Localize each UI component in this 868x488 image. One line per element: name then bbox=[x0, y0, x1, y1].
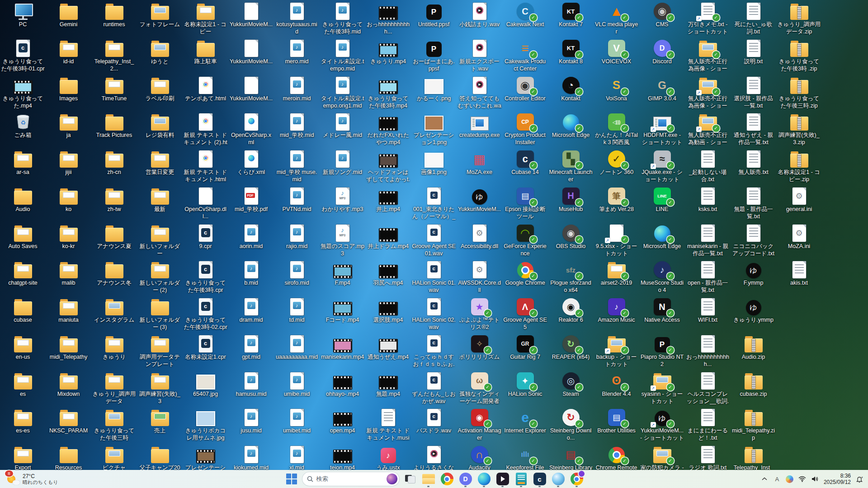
desktop-icon[interactable]: 新しいフォルダー (3) bbox=[137, 296, 183, 333]
desktop-icon[interactable]: Track Pictures bbox=[91, 111, 137, 148]
taskbar-cubase-icon[interactable]: c bbox=[532, 471, 547, 487]
desktop-icon[interactable]: manisekarin.mp4 bbox=[320, 333, 365, 370]
desktop-icon[interactable]: テンポあて.html bbox=[183, 74, 228, 111]
desktop-icon[interactable]: YukkuriMovieM... bbox=[228, 37, 274, 74]
desktop-icon[interactable]: P✓Piapro Studio NT2 bbox=[639, 333, 685, 370]
taskbar-file-explorer-icon[interactable] bbox=[421, 471, 436, 487]
desktop-icon[interactable]: ohhayo-.mp4 bbox=[320, 370, 365, 407]
desktop-icon[interactable]: きゅうりボカコレ用サムネ.jpg bbox=[183, 406, 228, 443]
desktop-icon[interactable]: cHALion Sonic 02.wav bbox=[411, 296, 457, 333]
desktop-icon[interactable]: maniuta bbox=[46, 296, 91, 333]
desktop-icon[interactable]: PUntitled.ppsf bbox=[411, 0, 457, 37]
desktop-icon[interactable]: akis.txt bbox=[776, 258, 822, 296]
desktop-icon[interactable]: ◉✓Controller Editor bbox=[502, 74, 548, 111]
desktop-icon[interactable]: ✓↗無人販売不正行為画像 - ショートカット bbox=[685, 74, 731, 111]
desktop-icon[interactable]: 井上.mp4 bbox=[365, 185, 411, 222]
desktop-icon[interactable]: c001_東北きりたん（ノーマル）_今じゃ... bbox=[411, 185, 457, 222]
desktop-icon[interactable]: F.mp4 bbox=[320, 258, 365, 296]
desktop-icon[interactable]: ♻ごみ箱 bbox=[0, 111, 46, 148]
desktop-icon[interactable]: NKSC_PARAM bbox=[46, 406, 91, 443]
taskbar-chrome-profile-icon[interactable] bbox=[569, 471, 585, 487]
desktop-icon[interactable]: ♪uaaaaaaaaa.mid bbox=[274, 333, 320, 370]
desktop-icon[interactable]: ≈✓↗JQuake.exe - ショートカット bbox=[639, 148, 685, 185]
desktop-icon[interactable]: 新規 テキスト ドキュメント.html bbox=[183, 148, 228, 185]
desktop-icon[interactable]: ✓↗backup - ショートカット bbox=[594, 333, 639, 370]
desktop-icon[interactable]: cきゅうり食ってた午後3時.cpr bbox=[183, 258, 228, 296]
desktop-icon[interactable]: ar-sa bbox=[0, 148, 46, 185]
desktop-icon[interactable]: ラベル印刷 bbox=[137, 74, 183, 111]
desktop-icon[interactable]: id-id bbox=[46, 37, 91, 74]
desktop-icon[interactable]: jijii bbox=[46, 148, 91, 185]
desktop-icon[interactable]: ♪dram.mid bbox=[228, 296, 274, 333]
desktop-icon[interactable]: TimeTune bbox=[91, 74, 137, 111]
desktop-icon[interactable]: ★✓ぷよぷよ™テトリス®2 bbox=[457, 296, 502, 333]
desktop-icon[interactable]: 調声練習(失敗)_3 bbox=[137, 370, 183, 407]
desktop-icon[interactable]: OpenCvSharp.xml bbox=[228, 111, 274, 148]
desktop-icon[interactable]: ▲✓VLC media player bbox=[594, 0, 639, 37]
desktop-icon[interactable]: ♪b.mid bbox=[228, 258, 274, 296]
taskbar-media-player-icon[interactable] bbox=[495, 471, 510, 487]
desktop-icon[interactable]: ko bbox=[46, 185, 91, 222]
volume-icon[interactable] bbox=[811, 475, 819, 483]
desktop-icon[interactable]: おっhhhhhhhhhhh... bbox=[685, 333, 731, 370]
desktop-icon[interactable]: cGroove Agent SE 01.wav bbox=[411, 222, 457, 259]
desktop-icon[interactable]: cubase bbox=[0, 296, 46, 333]
desktop-icon[interactable]: ↻✓Steinberg Downlo... bbox=[548, 406, 594, 443]
desktop-icon[interactable]: V✓VOICEVOX bbox=[594, 37, 639, 74]
desktop-icon[interactable]: くらび.xml bbox=[228, 148, 274, 185]
desktop-icon[interactable]: ♪umibet.mid bbox=[274, 406, 320, 443]
desktop-icon[interactable]: cHALion Sonic 01.wav bbox=[411, 258, 457, 296]
taskbar-task-view-icon[interactable] bbox=[402, 471, 418, 487]
desktop-icon[interactable]: プレゼンテーション1.png bbox=[411, 111, 457, 148]
desktop-icon[interactable]: ʘ✓Blender 4.4 bbox=[594, 370, 639, 407]
desktop-icon[interactable]: Pおーばーまにあ.ppsf bbox=[411, 37, 457, 74]
desktop-icon[interactable]: ♪MP3わかりやす.mp3 bbox=[320, 185, 365, 222]
desktop-icon[interactable]: ▶小銭詰まり.wav bbox=[457, 0, 502, 37]
desktop-icon[interactable]: きゅうり食ってた.mp4 bbox=[0, 74, 46, 111]
desktop-icon[interactable]: ♪jusu.mid bbox=[228, 406, 274, 443]
notification-bell-dnd-icon[interactable]: z bbox=[855, 475, 863, 483]
desktop-icon[interactable]: ♪mid_学校.mid bbox=[274, 111, 320, 148]
desktop-icon[interactable]: e✓Internet Explorer bbox=[502, 406, 548, 443]
desktop-icon[interactable]: ◠✓GeForce Experience bbox=[502, 222, 548, 259]
wifi-icon[interactable] bbox=[798, 475, 807, 483]
desktop-icon[interactable]: ♪sirofo.mid bbox=[274, 258, 320, 296]
desktop-icon[interactable]: ゆYukkuriMovieM... bbox=[457, 185, 502, 222]
desktop-icon[interactable]: 選択肢 - 親作品一覧.txt bbox=[731, 74, 776, 111]
desktop-icon[interactable]: ⚙AWSSDK.Core.dll bbox=[457, 258, 502, 296]
desktop-icon[interactable]: 新しいフォルダー (2) bbox=[137, 258, 183, 296]
weather-widget[interactable]: 8 27°C 晴れのちくもり bbox=[5, 470, 61, 488]
taskbar-discord-icon[interactable]: D bbox=[458, 471, 473, 487]
desktop-icon[interactable]: ♪新規ソング.mid bbox=[320, 148, 365, 185]
tray-chevron-up-icon[interactable] bbox=[760, 475, 769, 483]
desktop-icon[interactable]: open.mp4 bbox=[320, 406, 365, 443]
desktop-icon[interactable]: ⚙general.ini bbox=[776, 185, 822, 222]
desktop-icon[interactable]: ◉✓Activation Manager bbox=[457, 406, 502, 443]
desktop-icon[interactable]: c名称未設定1.cpr bbox=[183, 333, 228, 370]
desktop-icon[interactable]: S✓VoiSona bbox=[594, 74, 639, 111]
desktop-icon[interactable]: 名称未設定1 - コピー.zip bbox=[776, 148, 822, 185]
desktop-icon[interactable]: ♪タイトル未設定.tempo.mid bbox=[320, 37, 365, 74]
desktop-icon[interactable]: 売上 bbox=[137, 406, 183, 443]
desktop-icon[interactable]: インスタグラム bbox=[91, 296, 137, 333]
desktop-icon[interactable]: ▚✓Minecraft Launcher bbox=[548, 148, 594, 185]
desktop-icon[interactable]: ω✓孤独なインディーゲーム開発者の一生 ... bbox=[457, 370, 502, 407]
desktop-icon[interactable]: アナウンス冬 bbox=[91, 258, 137, 296]
desktop-icon[interactable]: YukkuriMovieM... bbox=[228, 74, 274, 111]
desktop-icon[interactable]: ≡✓Cakewalk Product Center bbox=[502, 37, 548, 74]
desktop-icon[interactable]: YukkuriMovieM... bbox=[228, 0, 274, 37]
desktop-icon[interactable]: N✓Native Access bbox=[639, 296, 685, 333]
desktop-icon[interactable]: 名称未設定1 - コピー bbox=[183, 0, 228, 37]
desktop-icon[interactable]: LINE✓LINE bbox=[639, 185, 685, 222]
desktop-icon[interactable]: ✓↗万引きメモ.txt - ショートカット bbox=[685, 0, 731, 37]
desktop-icon[interactable]: zh-tw bbox=[91, 185, 137, 222]
desktop-icon[interactable]: midi_Telepathy bbox=[46, 333, 91, 370]
desktop-icon[interactable]: PDFmid_学校.pdf bbox=[228, 185, 274, 222]
desktop-icon[interactable]: 無題 - 親作品一覧.txt bbox=[731, 185, 776, 222]
desktop-icon[interactable]: ✓Microsoft Edge bbox=[548, 111, 594, 148]
taskbar-chrome-icon[interactable] bbox=[439, 471, 455, 487]
desktop-icon[interactable]: 羽尻へ.mp4 bbox=[365, 258, 411, 296]
desktop-icon[interactable]: ニコニコバックアップコード.txt bbox=[731, 222, 776, 259]
desktop-icon[interactable]: ♪kotusytuaaus.mid bbox=[274, 0, 320, 37]
desktop-icon[interactable]: きゅうり食ってた午後三時.zip bbox=[776, 74, 822, 111]
